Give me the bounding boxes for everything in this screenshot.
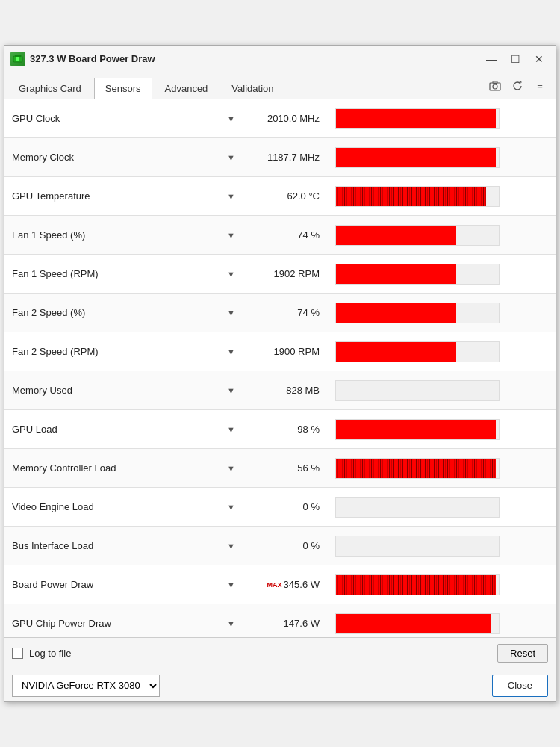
dropdown-arrow-icon[interactable]: ▼ <box>227 192 235 201</box>
dropdown-arrow-icon[interactable]: ▼ <box>227 580 235 589</box>
table-row: Fan 1 Speed (RPM)▼1902 RPM <box>4 255 556 294</box>
sensor-value-cell: 1187.7 MHz <box>243 138 329 176</box>
log-label: Log to file <box>29 648 71 659</box>
sensor-value-cell: 147.6 W <box>243 604 329 637</box>
sensor-name-cell: Fan 2 Speed (%)▼ <box>4 294 243 332</box>
table-row: Fan 1 Speed (%)▼74 % <box>4 216 556 255</box>
bar-track <box>335 458 500 479</box>
table-row: Board Power Draw▼MAX345.6 W <box>4 565 556 604</box>
sensor-bar-cell <box>329 449 556 487</box>
dropdown-arrow-icon[interactable]: ▼ <box>227 386 235 395</box>
sensor-name-label: GPU Temperature <box>12 190 224 202</box>
sensor-value-cell: 98 % <box>243 410 329 448</box>
table-row: Video Engine Load▼0 % <box>4 488 556 527</box>
bar-fill <box>336 264 456 284</box>
tab-sensors[interactable]: Sensors <box>94 78 152 99</box>
gpu-select[interactable]: NVIDIA GeForce RTX 3080 <box>12 675 160 697</box>
sensor-value-cell: 828 MB <box>243 371 329 409</box>
menu-button[interactable]: ≡ <box>530 78 550 94</box>
svg-rect-2 <box>16 57 19 61</box>
tab-graphics-card[interactable]: Graphics Card <box>7 78 93 99</box>
restore-button[interactable]: ☐ <box>505 51 526 67</box>
tab-validation[interactable]: Validation <box>220 78 284 99</box>
sensor-bar-cell <box>329 488 556 526</box>
app-icon <box>10 52 25 66</box>
sensor-name-cell: GPU Load▼ <box>4 410 243 448</box>
sensor-value-cell: 62.0 °C <box>243 177 329 215</box>
svg-rect-1 <box>15 55 21 57</box>
dropdown-arrow-icon[interactable]: ▼ <box>227 114 235 123</box>
window-controls: — ☐ ✕ <box>481 51 550 67</box>
bar-fill <box>336 226 456 245</box>
bar-track <box>335 108 500 129</box>
max-badge: MAX <box>267 581 282 589</box>
minimize-button[interactable]: — <box>481 51 502 67</box>
sensor-value: 1902 RPM <box>274 268 320 279</box>
bar-track <box>335 225 500 246</box>
close-button[interactable]: ✕ <box>529 51 550 67</box>
refresh-button[interactable] <box>508 78 527 94</box>
dropdown-arrow-icon[interactable]: ▼ <box>227 542 235 551</box>
sensor-name-label: Fan 1 Speed (%) <box>12 229 224 241</box>
dropdown-arrow-icon[interactable]: ▼ <box>227 231 235 240</box>
bar-fill <box>336 459 496 478</box>
bar-fill <box>336 109 496 128</box>
bar-fill <box>336 148 496 167</box>
bar-track <box>335 419 500 440</box>
log-checkbox[interactable] <box>12 648 23 659</box>
sensor-value-cell: 1900 RPM <box>243 332 329 371</box>
bar-track <box>335 380 500 401</box>
sensor-bar-cell <box>329 527 556 565</box>
main-window: 327.3 W Board Power Draw — ☐ ✕ Graphics … <box>4 45 556 702</box>
sensor-value-cell: 56 % <box>243 449 329 487</box>
sensor-name-cell: Board Power Draw▼ <box>4 565 243 604</box>
table-row: Fan 2 Speed (RPM)▼1900 RPM <box>4 332 556 371</box>
sensor-bar-cell <box>329 138 556 176</box>
table-row: Memory Clock▼1187.7 MHz <box>4 138 556 177</box>
dropdown-arrow-icon[interactable]: ▼ <box>227 425 235 434</box>
dropdown-arrow-icon[interactable]: ▼ <box>227 153 235 162</box>
sensor-name-label: GPU Clock <box>12 113 224 124</box>
table-row: Fan 2 Speed (%)▼74 % <box>4 294 556 332</box>
sensor-value: 0 % <box>303 540 320 551</box>
footer-close-button[interactable]: Close <box>492 675 548 697</box>
sensor-value: 0 % <box>303 501 320 512</box>
bar-track <box>335 147 500 168</box>
sensor-name-label: Memory Used <box>12 385 224 396</box>
tab-advanced[interactable]: Advanced <box>154 78 220 99</box>
dropdown-arrow-icon[interactable]: ▼ <box>227 347 235 356</box>
sensor-name-label: Video Engine Load <box>12 501 224 512</box>
sensor-name-label: GPU Chip Power Draw <box>12 618 224 629</box>
sensor-value-cell: 1902 RPM <box>243 255 329 293</box>
sensor-name-label: Board Power Draw <box>12 579 224 590</box>
dropdown-arrow-icon[interactable]: ▼ <box>227 503 235 512</box>
sensor-name-cell: GPU Clock▼ <box>4 99 243 137</box>
sensor-name-cell: GPU Temperature▼ <box>4 177 243 215</box>
tab-bar: Graphics Card Sensors Advanced Validatio… <box>4 72 556 99</box>
sensor-name-label: GPU Load <box>12 424 224 435</box>
sensor-name-cell: Bus Interface Load▼ <box>4 527 243 565</box>
sensor-bar-cell <box>329 604 556 637</box>
sensor-name-label: Fan 2 Speed (RPM) <box>12 346 224 357</box>
sensor-value: 62.0 °C <box>287 190 320 202</box>
bar-track <box>335 613 500 634</box>
sensor-value-cell: MAX345.6 W <box>243 565 329 604</box>
dropdown-arrow-icon[interactable]: ▼ <box>227 619 235 628</box>
sensor-value: 147.6 W <box>284 618 320 629</box>
bar-fill <box>336 342 456 362</box>
reset-button[interactable]: Reset <box>497 644 548 663</box>
dropdown-arrow-icon[interactable]: ▼ <box>227 309 235 317</box>
table-row: GPU Clock▼2010.0 MHz <box>4 99 556 138</box>
dropdown-arrow-icon[interactable]: ▼ <box>227 270 235 279</box>
sensor-bar-cell <box>329 177 556 215</box>
sensor-bar-cell <box>329 255 556 293</box>
sensor-name-label: Memory Clock <box>12 152 224 163</box>
sensor-value: 74 % <box>297 307 320 318</box>
camera-button[interactable] <box>485 78 505 94</box>
bar-track <box>335 574 500 595</box>
dropdown-arrow-icon[interactable]: ▼ <box>227 464 235 473</box>
sensor-value-cell: 2010.0 MHz <box>243 99 329 137</box>
sensor-name-cell: Fan 2 Speed (RPM)▼ <box>4 332 243 371</box>
sensor-value-cell: 0 % <box>243 488 329 526</box>
sensor-list: GPU Clock▼2010.0 MHzMemory Clock▼1187.7 … <box>4 99 556 637</box>
